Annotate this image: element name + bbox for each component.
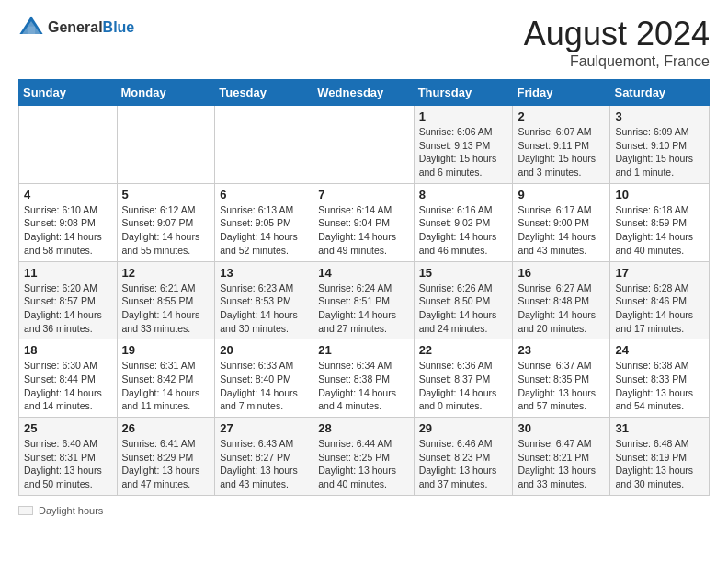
- calendar-cell: 14Sunrise: 6:24 AM Sunset: 8:51 PM Dayli…: [313, 261, 414, 339]
- day-number: 26: [122, 421, 210, 435]
- calendar-week-row: 25Sunrise: 6:40 AM Sunset: 8:31 PM Dayli…: [19, 418, 710, 496]
- day-info: Sunrise: 6:10 AM Sunset: 9:08 PM Dayligh…: [24, 203, 112, 258]
- calendar-cell: 4Sunrise: 6:10 AM Sunset: 9:08 PM Daylig…: [19, 183, 118, 261]
- calendar-cell: 9Sunrise: 6:17 AM Sunset: 9:00 PM Daylig…: [513, 183, 610, 261]
- day-info: Sunrise: 6:28 AM Sunset: 8:46 PM Dayligh…: [615, 282, 704, 336]
- day-info: Sunrise: 6:21 AM Sunset: 8:55 PM Dayligh…: [122, 282, 210, 336]
- day-info: Sunrise: 6:12 AM Sunset: 9:07 PM Dayligh…: [122, 203, 210, 258]
- day-info: Sunrise: 6:36 AM Sunset: 8:37 PM Dayligh…: [419, 359, 508, 413]
- logo-text: GeneralBlue: [48, 19, 134, 36]
- calendar-cell: 7Sunrise: 6:14 AM Sunset: 9:04 PM Daylig…: [313, 183, 414, 261]
- day-number: 10: [615, 188, 704, 201]
- calendar-cell: 28Sunrise: 6:44 AM Sunset: 8:25 PM Dayli…: [313, 418, 414, 496]
- calendar-cell: 5Sunrise: 6:12 AM Sunset: 9:07 PM Daylig…: [117, 183, 215, 261]
- day-info: Sunrise: 6:26 AM Sunset: 8:50 PM Dayligh…: [419, 282, 508, 336]
- calendar-header-row: SundayMondayTuesdayWednesdayThursdayFrid…: [19, 80, 710, 106]
- day-number: 17: [615, 266, 704, 280]
- day-number: 20: [220, 343, 308, 357]
- calendar-table: SundayMondayTuesdayWednesdayThursdayFrid…: [18, 79, 710, 496]
- day-number: 15: [419, 266, 508, 280]
- calendar-header-friday: Friday: [513, 80, 610, 106]
- svg-rect-2: [28, 27, 35, 34]
- calendar-cell: 21Sunrise: 6:34 AM Sunset: 8:38 PM Dayli…: [313, 339, 414, 418]
- day-number: 1: [419, 109, 508, 123]
- day-number: 30: [518, 421, 605, 435]
- day-info: Sunrise: 6:41 AM Sunset: 8:29 PM Dayligh…: [122, 437, 210, 491]
- calendar-cell: 2Sunrise: 6:07 AM Sunset: 9:11 PM Daylig…: [513, 106, 610, 184]
- day-info: Sunrise: 6:33 AM Sunset: 8:40 PM Dayligh…: [220, 359, 308, 413]
- day-number: 3: [615, 109, 704, 123]
- day-number: 6: [220, 188, 308, 201]
- day-number: 16: [518, 266, 605, 280]
- day-info: Sunrise: 6:14 AM Sunset: 9:04 PM Dayligh…: [318, 203, 408, 258]
- day-info: Sunrise: 6:46 AM Sunset: 8:23 PM Dayligh…: [419, 437, 508, 491]
- calendar-cell: 15Sunrise: 6:26 AM Sunset: 8:50 PM Dayli…: [414, 261, 513, 339]
- calendar-cell: 22Sunrise: 6:36 AM Sunset: 8:37 PM Dayli…: [414, 339, 513, 418]
- calendar-cell: 29Sunrise: 6:46 AM Sunset: 8:23 PM Dayli…: [414, 418, 513, 496]
- day-info: Sunrise: 6:40 AM Sunset: 8:31 PM Dayligh…: [24, 437, 112, 491]
- calendar-cell: 24Sunrise: 6:38 AM Sunset: 8:33 PM Dayli…: [610, 339, 710, 418]
- day-info: Sunrise: 6:18 AM Sunset: 8:59 PM Dayligh…: [615, 203, 704, 258]
- calendar-cell: 16Sunrise: 6:27 AM Sunset: 8:48 PM Dayli…: [513, 261, 610, 339]
- day-info: Sunrise: 6:13 AM Sunset: 9:05 PM Dayligh…: [220, 203, 308, 258]
- day-number: 4: [24, 188, 112, 201]
- day-info: Sunrise: 6:38 AM Sunset: 8:33 PM Dayligh…: [615, 359, 704, 413]
- calendar-header-monday: Monday: [117, 80, 215, 106]
- day-info: Sunrise: 6:06 AM Sunset: 9:13 PM Dayligh…: [419, 125, 508, 179]
- calendar-header-saturday: Saturday: [610, 80, 710, 106]
- calendar-cell: 12Sunrise: 6:21 AM Sunset: 8:55 PM Dayli…: [117, 261, 215, 339]
- day-info: Sunrise: 6:30 AM Sunset: 8:44 PM Dayligh…: [24, 359, 112, 413]
- calendar-header-thursday: Thursday: [414, 80, 513, 106]
- location: Faulquemont, France: [524, 53, 710, 70]
- day-number: 19: [122, 343, 210, 357]
- calendar-cell: 19Sunrise: 6:31 AM Sunset: 8:42 PM Dayli…: [117, 339, 215, 418]
- day-number: 28: [318, 421, 408, 435]
- calendar-cell: 3Sunrise: 6:09 AM Sunset: 9:10 PM Daylig…: [610, 106, 710, 184]
- calendar-week-row: 4Sunrise: 6:10 AM Sunset: 9:08 PM Daylig…: [19, 183, 710, 261]
- day-info: Sunrise: 6:27 AM Sunset: 8:48 PM Dayligh…: [518, 282, 605, 336]
- day-number: 11: [24, 266, 112, 280]
- daylight-box-icon: [18, 506, 33, 515]
- calendar-week-row: 1Sunrise: 6:06 AM Sunset: 9:13 PM Daylig…: [19, 106, 710, 184]
- day-info: Sunrise: 6:23 AM Sunset: 8:53 PM Dayligh…: [220, 282, 308, 336]
- calendar-header-sunday: Sunday: [19, 80, 118, 106]
- day-number: 31: [615, 421, 704, 435]
- footer: Daylight hours: [18, 505, 710, 516]
- day-number: 24: [615, 343, 704, 357]
- calendar-cell: 23Sunrise: 6:37 AM Sunset: 8:35 PM Dayli…: [513, 339, 610, 418]
- calendar-cell: [19, 106, 118, 184]
- day-info: Sunrise: 6:43 AM Sunset: 8:27 PM Dayligh…: [220, 437, 308, 491]
- calendar-cell: 10Sunrise: 6:18 AM Sunset: 8:59 PM Dayli…: [610, 183, 710, 261]
- calendar-week-row: 18Sunrise: 6:30 AM Sunset: 8:44 PM Dayli…: [19, 339, 710, 418]
- calendar-cell: 1Sunrise: 6:06 AM Sunset: 9:13 PM Daylig…: [414, 106, 513, 184]
- day-number: 9: [518, 188, 605, 201]
- day-info: Sunrise: 6:44 AM Sunset: 8:25 PM Dayligh…: [318, 437, 408, 491]
- day-info: Sunrise: 6:48 AM Sunset: 8:19 PM Dayligh…: [615, 437, 704, 491]
- day-number: 18: [24, 343, 112, 357]
- daylight-label: Daylight hours: [39, 505, 103, 516]
- day-number: 23: [518, 343, 605, 357]
- calendar-cell: 27Sunrise: 6:43 AM Sunset: 8:27 PM Dayli…: [215, 418, 313, 496]
- day-info: Sunrise: 6:20 AM Sunset: 8:57 PM Dayligh…: [24, 282, 112, 336]
- day-number: 25: [24, 421, 112, 435]
- day-info: Sunrise: 6:07 AM Sunset: 9:11 PM Dayligh…: [518, 125, 605, 179]
- calendar-cell: [313, 106, 414, 184]
- calendar-cell: 31Sunrise: 6:48 AM Sunset: 8:19 PM Dayli…: [610, 418, 710, 496]
- day-info: Sunrise: 6:17 AM Sunset: 9:00 PM Dayligh…: [518, 203, 605, 258]
- calendar-cell: 6Sunrise: 6:13 AM Sunset: 9:05 PM Daylig…: [215, 183, 313, 261]
- calendar-cell: 18Sunrise: 6:30 AM Sunset: 8:44 PM Dayli…: [19, 339, 118, 418]
- day-number: 21: [318, 343, 408, 357]
- day-number: 22: [419, 343, 508, 357]
- title-block: August 2024 Faulquemont, France: [524, 15, 710, 70]
- logo-general: General: [48, 19, 103, 35]
- calendar-week-row: 11Sunrise: 6:20 AM Sunset: 8:57 PM Dayli…: [19, 261, 710, 339]
- day-number: 8: [419, 188, 508, 201]
- day-number: 7: [318, 188, 408, 201]
- day-number: 5: [122, 188, 210, 201]
- calendar-header-tuesday: Tuesday: [215, 80, 313, 106]
- day-info: Sunrise: 6:09 AM Sunset: 9:10 PM Dayligh…: [615, 125, 704, 179]
- day-info: Sunrise: 6:24 AM Sunset: 8:51 PM Dayligh…: [318, 282, 408, 336]
- calendar-cell: 20Sunrise: 6:33 AM Sunset: 8:40 PM Dayli…: [215, 339, 313, 418]
- calendar-cell: 25Sunrise: 6:40 AM Sunset: 8:31 PM Dayli…: [19, 418, 118, 496]
- calendar-cell: 17Sunrise: 6:28 AM Sunset: 8:46 PM Dayli…: [610, 261, 710, 339]
